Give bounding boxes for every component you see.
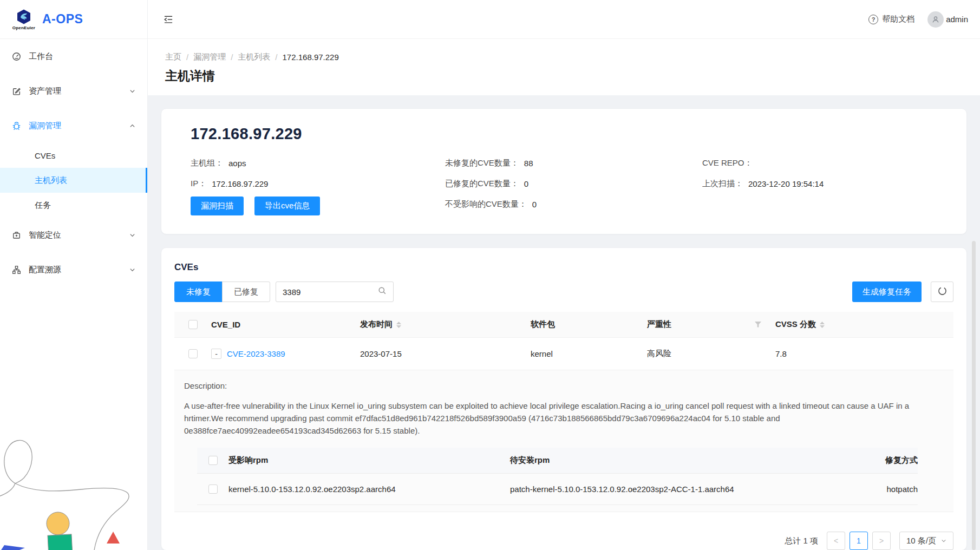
- chevron-down-icon: [941, 538, 946, 544]
- cve-id-link[interactable]: CVE-2023-3389: [227, 349, 285, 358]
- cve-section-title: CVEs: [174, 262, 953, 273]
- col-cvss[interactable]: CVSS 分数: [775, 319, 953, 330]
- brand-title: A-OPS: [42, 12, 83, 27]
- tab-unfixed[interactable]: 未修复: [174, 281, 223, 302]
- refresh-icon: [938, 286, 947, 298]
- description-text: A use-after-free vulnerability in the Li…: [184, 400, 944, 437]
- col-publish-date[interactable]: 发布时间: [360, 319, 531, 330]
- sort-icon[interactable]: [820, 322, 825, 328]
- host-detail-card: 172.168.97.229 主机组： aops IP： 172.168.97.…: [161, 108, 967, 234]
- breadcrumb-current: 172.168.97.229: [283, 53, 339, 62]
- prev-page-button[interactable]: <: [827, 532, 845, 550]
- menu-fold-icon[interactable]: [163, 14, 174, 25]
- refresh-button[interactable]: [931, 281, 953, 302]
- tab-fixed[interactable]: 已修复: [222, 281, 270, 302]
- scan-button[interactable]: 漏洞扫描: [191, 197, 244, 215]
- sort-icon[interactable]: [396, 322, 401, 328]
- rpm-table: 受影响rpm 待安装rpm 修复方式 kernel-5.10.0-153.12.…: [197, 448, 918, 505]
- host-info-grid: 主机组： aops IP： 172.168.97.229 漏洞扫描 导出cve信…: [191, 153, 937, 215]
- app-window: OpenEuler A-OPS 工作台: [0, 0, 980, 550]
- breadcrumb-separator: /: [186, 53, 188, 62]
- select-all-checkbox[interactable]: [188, 320, 198, 329]
- fixed-cve-label: 已修复的CVE数量：: [445, 179, 519, 189]
- host-info-col-2: 未修复的CVE数量： 88 已修复的CVE数量： 0 不受影响的CVE数量： 0: [445, 153, 702, 215]
- avatar: [927, 11, 944, 28]
- page-1-button[interactable]: 1: [850, 532, 868, 550]
- logo-subtext: OpenEuler: [12, 25, 35, 30]
- cluster-icon: [12, 265, 21, 274]
- breadcrumb-separator: /: [231, 53, 233, 62]
- fixed-cve-count: 0: [524, 179, 528, 188]
- collapse-row-button[interactable]: -: [211, 349, 221, 359]
- col-install-rpm: 待安装rpm: [510, 455, 837, 466]
- logo[interactable]: OpenEuler A-OPS: [0, 0, 147, 39]
- row-checkbox[interactable]: [188, 349, 198, 358]
- affected-rpm-value: kernel-5.10.0-153.12.0.92.oe2203sp2.aarc…: [228, 484, 510, 494]
- question-circle-icon: ?: [868, 15, 878, 24]
- decorative-shapes: [0, 434, 148, 550]
- sidebar-item-config-trace[interactable]: 配置溯源: [0, 252, 147, 287]
- unfixed-cve-count: 88: [524, 159, 533, 168]
- fix-status-tabs: 未修复 已修复: [174, 281, 270, 302]
- cve-expanded-detail: Description: A use-after-free vulnerabil…: [174, 370, 953, 512]
- help-docs-link[interactable]: ? 帮助文档: [868, 14, 914, 24]
- cve-repo-label: CVE REPO：: [702, 158, 753, 168]
- rpm-select-all-checkbox[interactable]: [208, 456, 218, 465]
- ip-label: IP：: [191, 179, 206, 189]
- page-title: 主机详情: [165, 68, 963, 84]
- pagination: 总计 1 项 < 1 > 10 条/页: [174, 532, 953, 550]
- breadcrumb-host-list[interactable]: 主机列表: [238, 52, 270, 62]
- col-cvss-label: CVSS 分数: [775, 319, 816, 330]
- main-area: ? 帮助文档 admin 主页 / 漏洞管理 /: [148, 0, 980, 550]
- sidebar: OpenEuler A-OPS 工作台: [0, 0, 148, 550]
- unfixed-cve-label: 未修复的CVE数量：: [445, 158, 519, 168]
- username: admin: [946, 15, 968, 24]
- last-scan-value: 2023-12-20 19:54:14: [748, 179, 824, 188]
- sidebar-item-host-list[interactable]: 主机列表: [0, 168, 147, 193]
- breadcrumb-vuln[interactable]: 漏洞管理: [193, 52, 226, 62]
- export-cve-button[interactable]: 导出cve信息: [254, 197, 320, 215]
- page-size-select[interactable]: 10 条/页: [899, 532, 953, 550]
- topbar-right: ? 帮助文档 admin: [868, 11, 968, 28]
- sidebar-item-label: 配置溯源: [29, 265, 61, 275]
- col-severity-label: 严重性: [647, 319, 671, 330]
- host-group-label: 主机组：: [191, 158, 223, 168]
- edit-square-icon: [12, 87, 21, 96]
- last-scan-label: 上次扫描：: [702, 179, 743, 189]
- sidebar-item-tasks[interactable]: 任务: [0, 193, 147, 218]
- sidebar-item-vulnerability[interactable]: 漏洞管理: [0, 108, 147, 143]
- toolbox-icon: [12, 231, 21, 240]
- col-severity: 严重性: [647, 319, 775, 330]
- rpm-row-checkbox[interactable]: [208, 484, 218, 494]
- filter-icon[interactable]: [755, 320, 761, 329]
- publish-date-value: 2023-07-15: [360, 349, 402, 358]
- description-label: Description:: [184, 381, 944, 390]
- openeuler-logo-icon: OpenEuler: [12, 9, 36, 30]
- search-icon[interactable]: [378, 286, 387, 297]
- sidebar-item-cves[interactable]: CVEs: [0, 143, 147, 168]
- ip-value: 172.168.97.229: [212, 179, 268, 188]
- rpm-table-header: 受影响rpm 待安装rpm 修复方式: [197, 448, 918, 474]
- generate-fix-task-button[interactable]: 生成修复任务: [852, 281, 922, 302]
- chevron-down-icon: [129, 88, 135, 94]
- sidebar-item-workbench[interactable]: 工作台: [0, 39, 147, 74]
- next-page-button[interactable]: >: [872, 532, 891, 550]
- bug-icon: [12, 121, 21, 130]
- package-value: kernel: [531, 349, 647, 358]
- rpm-table-row: kernel-5.10.0-153.12.0.92.oe2203sp2.aarc…: [197, 474, 918, 505]
- cve-search-input[interactable]: [283, 287, 378, 297]
- host-info-col-1: 主机组： aops IP： 172.168.97.229 漏洞扫描 导出cve信…: [191, 153, 445, 215]
- scrollbar[interactable]: [972, 241, 976, 550]
- dashboard-icon: [12, 52, 21, 61]
- chevron-down-icon: [129, 267, 135, 273]
- col-affected-rpm: 受影响rpm: [228, 455, 510, 466]
- sidebar-item-assets[interactable]: 资产管理: [0, 74, 147, 108]
- page-head: 主页 / 漏洞管理 / 主机列表 / 172.168.97.229 主机详情: [148, 39, 980, 95]
- sidebar-item-label: 主机列表: [35, 175, 67, 186]
- cve-table-header: CVE_ID 发布时间 软件包 严重性: [174, 312, 953, 338]
- sidebar-item-smart-locate[interactable]: 智能定位: [0, 218, 147, 252]
- user-menu[interactable]: admin: [927, 11, 968, 28]
- breadcrumb-home[interactable]: 主页: [165, 52, 181, 62]
- topbar: ? 帮助文档 admin: [148, 0, 980, 39]
- help-label: 帮助文档: [882, 14, 914, 24]
